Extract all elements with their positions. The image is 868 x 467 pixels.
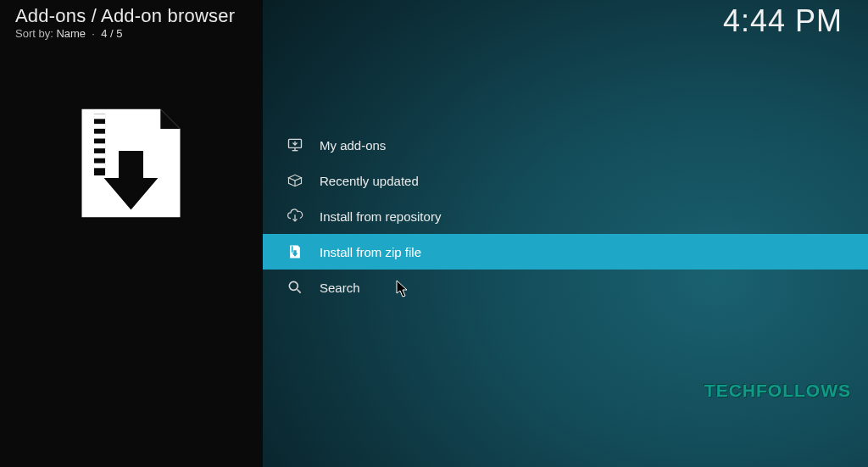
svg-line-14 bbox=[298, 290, 301, 293]
monitor-icon bbox=[286, 136, 304, 154]
open-box-icon bbox=[286, 171, 304, 190]
svg-rect-6 bbox=[94, 164, 105, 169]
menu-item-install-from-zip[interactable]: Install from zip file bbox=[263, 234, 868, 270]
sort-value: Name bbox=[56, 27, 86, 40]
menu-item-label: Recently updated bbox=[320, 174, 419, 188]
menu-item-search[interactable]: Search bbox=[263, 270, 868, 305]
menu-item-label: My add-ons bbox=[320, 138, 386, 153]
svg-rect-12 bbox=[292, 246, 293, 253]
svg-rect-2 bbox=[94, 124, 105, 129]
svg-rect-5 bbox=[94, 153, 105, 158]
menu-item-my-addons[interactable]: My add-ons bbox=[263, 127, 868, 163]
sort-indicator: Sort by: Name · 4 / 5 bbox=[0, 27, 263, 40]
menu-item-recently-updated[interactable]: Recently updated bbox=[263, 163, 868, 198]
zip-download-icon bbox=[286, 242, 304, 261]
svg-rect-1 bbox=[94, 114, 105, 120]
zip-install-large-icon bbox=[70, 102, 192, 225]
menu-item-label: Install from zip file bbox=[320, 245, 421, 259]
side-panel: Add-ons / Add-on browser Sort by: Name ·… bbox=[0, 0, 263, 467]
clock: 4:44 PM bbox=[723, 3, 843, 39]
cloud-download-icon bbox=[286, 207, 304, 225]
svg-point-13 bbox=[289, 281, 298, 290]
sort-label: Sort by: bbox=[15, 27, 53, 40]
menu-item-install-from-repository[interactable]: Install from repository bbox=[263, 198, 868, 234]
main-content: 4:44 PM My add-ons bbox=[263, 0, 868, 467]
menu-item-label: Install from repository bbox=[320, 209, 441, 224]
breadcrumb: Add-ons / Add-on browser bbox=[0, 0, 263, 27]
svg-rect-4 bbox=[94, 143, 105, 148]
list-position: 4 / 5 bbox=[101, 27, 122, 40]
watermark: TECHFOLLOWS bbox=[704, 381, 851, 401]
search-icon bbox=[286, 278, 304, 297]
menu-list: My add-ons Recently updated Install bbox=[263, 127, 868, 305]
sort-separator: · bbox=[89, 27, 101, 40]
menu-item-label: Search bbox=[320, 281, 360, 295]
svg-rect-3 bbox=[94, 134, 105, 139]
